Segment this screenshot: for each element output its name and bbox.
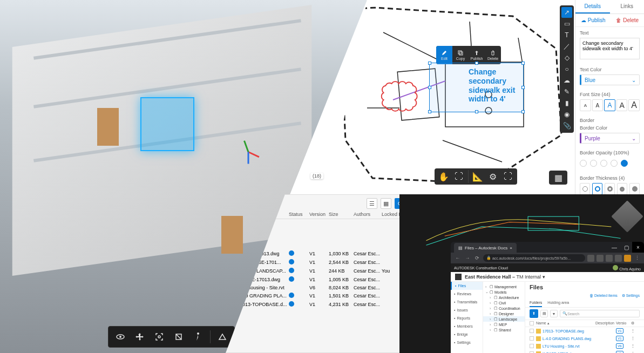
chevron-icon[interactable]: › xyxy=(490,301,493,305)
upload-button[interactable]: ⬆ xyxy=(530,309,538,318)
col-size[interactable]: Size xyxy=(329,212,354,217)
pen-tool-icon[interactable]: ✎ xyxy=(561,86,572,97)
rail-item-issues[interactable]: ▪Issues xyxy=(451,306,483,314)
markup-text-input[interactable]: Change secondary sidewalk exit width to … xyxy=(580,38,640,59)
opacity-75[interactable] xyxy=(611,160,618,167)
thickness-5[interactable] xyxy=(629,183,640,195)
col-authors[interactable]: Authors xyxy=(354,212,382,217)
row-menu-icon[interactable]: ⋮ xyxy=(631,336,640,341)
chevron-icon[interactable]: › xyxy=(490,323,493,327)
tree-item[interactable]: ›▢Landscape xyxy=(483,316,525,322)
row-menu-icon[interactable]: ⋮ xyxy=(631,329,640,333)
col-desc[interactable]: Description xyxy=(595,321,616,325)
tab-links[interactable]: Links xyxy=(610,0,645,13)
chevron-icon[interactable]: › xyxy=(490,317,493,321)
col-status[interactable]: Status xyxy=(289,212,309,217)
chevron-icon[interactable]: › xyxy=(485,285,489,289)
orbit-icon[interactable] xyxy=(112,328,129,345)
col-version[interactable]: Version xyxy=(309,212,329,217)
copy-button[interactable]: Copy xyxy=(452,46,469,64)
chevron-icon[interactable]: ⌄ xyxy=(485,290,489,294)
resize-handle[interactable] xyxy=(521,86,525,89)
extension-icon[interactable] xyxy=(587,255,594,262)
rail-item-transmittals[interactable]: ▪Transmittals xyxy=(451,298,483,306)
view-toggle-icon[interactable]: ▤ xyxy=(540,310,548,317)
arrow-tool-icon[interactable]: ↗ xyxy=(561,7,572,18)
select-all-checkbox[interactable] xyxy=(530,321,534,325)
resize-handle[interactable] xyxy=(475,110,478,113)
font-xl-button[interactable]: A xyxy=(628,99,640,111)
tree-item[interactable]: ›▢Coordination xyxy=(483,306,525,311)
gizmo-y-axis[interactable] xyxy=(243,140,249,152)
chevron-icon[interactable]: › xyxy=(490,328,493,332)
opacity-50[interactable] xyxy=(600,160,607,167)
rail-item-reports[interactable]: ▪Reports xyxy=(451,314,483,322)
delete-button[interactable]: 🗑Delete xyxy=(616,17,639,23)
tab-holding[interactable]: Holding area xyxy=(547,299,569,307)
tree-item[interactable]: ›▢Civil xyxy=(483,300,525,306)
search-input[interactable]: 🔍 Search xyxy=(560,310,640,317)
row-checkbox[interactable] xyxy=(530,336,534,341)
reload-icon[interactable]: ⟳ xyxy=(473,254,481,262)
fullscreen-icon[interactable]: ⛶ xyxy=(501,169,515,184)
rail-item-members[interactable]: ▪Members xyxy=(451,322,483,330)
row-checkbox[interactable] xyxy=(530,329,534,333)
thickness-3[interactable] xyxy=(605,183,615,195)
user-menu[interactable]: Chris Aquino xyxy=(613,265,641,271)
version-badge[interactable]: V1 xyxy=(616,328,623,334)
pan-icon[interactable] xyxy=(131,328,148,345)
resize-handle[interactable] xyxy=(428,110,431,113)
col-settings-icon[interactable]: ⚙ xyxy=(631,321,640,325)
row-checkbox[interactable] xyxy=(530,344,534,348)
version-badge[interactable]: V1 xyxy=(616,351,623,353)
minimize-icon[interactable]: — xyxy=(608,242,620,253)
section-icon[interactable] xyxy=(170,328,187,345)
issue-count-badge[interactable]: (18) xyxy=(310,173,323,179)
tree-item[interactable]: ›▢MEP xyxy=(483,322,525,327)
resize-handle[interactable] xyxy=(521,62,525,65)
text-tool-icon[interactable]: T xyxy=(561,30,572,40)
project-breadcrumb[interactable]: East Residence Hall – TM Internal ▾ xyxy=(451,272,644,282)
selected-room-highlight[interactable] xyxy=(140,97,194,151)
tab-details[interactable]: Details xyxy=(575,0,610,13)
chevron-icon[interactable]: › xyxy=(490,307,493,310)
version-badge[interactable]: V6 xyxy=(616,343,623,349)
tree-item[interactable]: ›▢Designer xyxy=(483,311,525,316)
attach-tool-icon[interactable]: 📎 xyxy=(561,120,572,131)
tree-item[interactable]: ›▢Management xyxy=(483,284,525,289)
thumbnails-button[interactable]: ▦ xyxy=(549,171,567,185)
cloud-tool-icon[interactable]: ☁ xyxy=(561,75,572,86)
extension-icon[interactable] xyxy=(615,255,622,262)
settings-icon[interactable]: ⚙ xyxy=(486,169,500,184)
row-menu-icon[interactable]: ⋮ xyxy=(631,344,640,348)
resize-handle[interactable] xyxy=(475,62,478,65)
version-badge[interactable]: V1 xyxy=(616,336,623,341)
zoom-window-icon[interactable]: ⛶ xyxy=(452,169,466,184)
walk-icon[interactable] xyxy=(189,328,207,345)
file-row[interactable]: L-4.0 GRADING PLANS.dwg V1 ⋮ xyxy=(525,335,644,342)
font-xs-button[interactable]: A xyxy=(580,99,591,111)
extension-icon[interactable] xyxy=(606,255,613,262)
publish-button[interactable]: ☁Publish xyxy=(581,17,606,23)
rail-item-bridge[interactable]: ▪Bridge xyxy=(451,330,483,338)
firstperson-icon[interactable] xyxy=(214,328,231,345)
revision-cloud-markup[interactable] xyxy=(381,76,421,116)
col-version[interactable]: Versio xyxy=(616,321,631,325)
filter-icon[interactable]: ▼ xyxy=(550,310,558,317)
chevron-icon[interactable]: › xyxy=(490,312,493,316)
table-row-file[interactable]: L-4.0 GRADING PLA... V1 1,501 KB Cesar E… xyxy=(226,291,409,300)
tab-folders[interactable]: Folders xyxy=(530,299,542,307)
chevron-icon[interactable]: › xyxy=(490,296,493,300)
transform-gizmo[interactable] xyxy=(238,140,259,162)
font-lg-button[interactable]: A xyxy=(616,99,628,111)
tree-item[interactable]: ⌄▢Models xyxy=(483,289,525,295)
thickness-1[interactable] xyxy=(580,183,590,195)
close-icon[interactable]: × xyxy=(632,242,644,253)
col-name[interactable]: Name ▴ xyxy=(536,321,595,325)
extension-enscape-icon[interactable] xyxy=(624,255,631,262)
table-row-file[interactable]: 17013-TOPOBASE.d... V1 4,231 KB Cesar Es… xyxy=(226,300,409,309)
line-tool-icon[interactable]: ／ xyxy=(561,41,572,52)
view-grid-icon[interactable]: ▦ xyxy=(381,198,391,209)
circle-tool-icon[interactable]: ○ xyxy=(561,64,572,74)
opacity-100[interactable] xyxy=(621,160,628,167)
